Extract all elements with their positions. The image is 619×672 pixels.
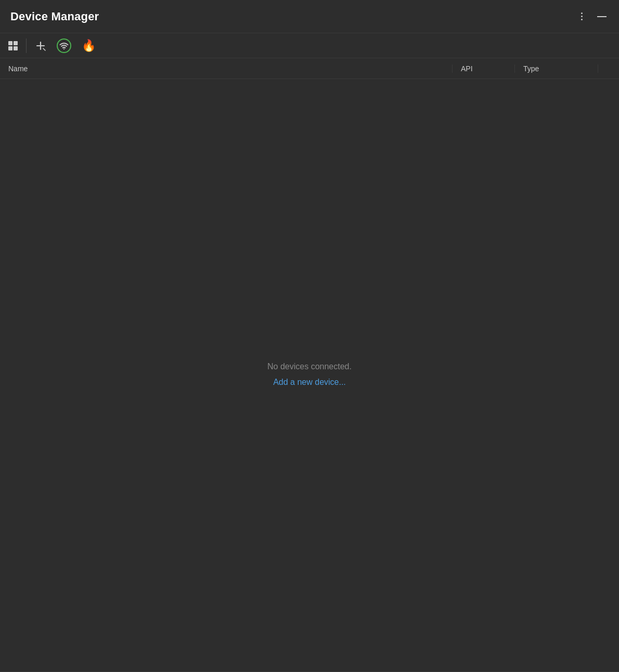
column-type-header: Type xyxy=(515,64,598,73)
column-name-header: Name xyxy=(0,64,453,73)
minimize-icon xyxy=(597,16,607,17)
grid-view-button[interactable] xyxy=(4,38,22,54)
minimize-button[interactable] xyxy=(595,14,609,19)
content-area: No devices connected. Add a new device..… xyxy=(0,79,619,670)
add-new-device-link[interactable]: Add a new device... xyxy=(273,378,346,387)
firebase-button[interactable]: 🔥 xyxy=(78,36,100,56)
wifi-circle-icon xyxy=(57,38,71,53)
three-dots-icon xyxy=(579,10,585,22)
title-bar: Device Manager xyxy=(0,0,619,33)
svg-point-3 xyxy=(63,48,65,49)
empty-state-message: No devices connected. xyxy=(267,362,352,371)
flame-icon: 🔥 xyxy=(82,39,96,53)
title-bar-controls xyxy=(577,8,609,24)
title-bar-left: Device Manager xyxy=(10,10,99,23)
column-api-header: API xyxy=(453,64,515,73)
svg-line-2 xyxy=(43,48,45,50)
wifi-icon-svg xyxy=(59,42,69,49)
add-device-button[interactable] xyxy=(31,37,50,55)
app-title: Device Manager xyxy=(10,10,99,23)
grid-icon xyxy=(8,41,18,50)
wifi-connect-button[interactable] xyxy=(53,35,75,56)
table-header: Name API Type xyxy=(0,58,619,79)
add-device-icon xyxy=(35,40,46,51)
toolbar-separator xyxy=(26,38,27,53)
toolbar: 🔥 xyxy=(0,33,619,58)
menu-button[interactable] xyxy=(577,8,587,24)
